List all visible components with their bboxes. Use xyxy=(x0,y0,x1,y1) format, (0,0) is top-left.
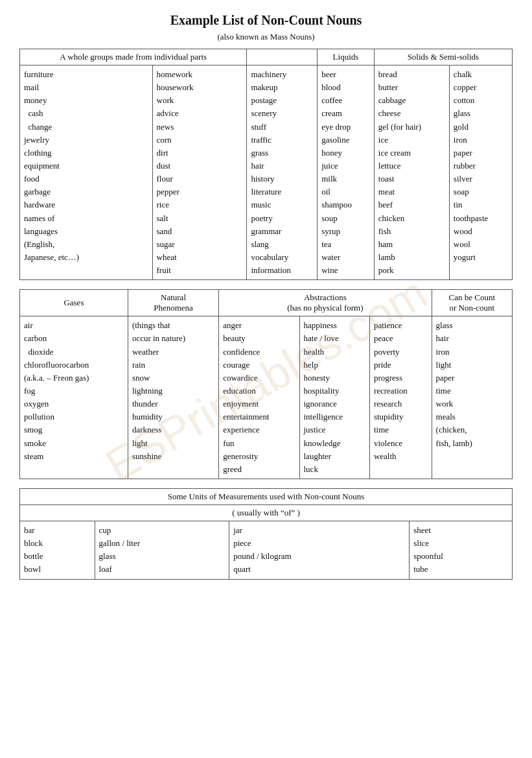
table1-col1: furnituremailmoney cash changejewelryclo… xyxy=(20,65,153,280)
table2-gases-header: Gases xyxy=(20,290,128,316)
table2-natural: (things thatoccur in nature)weatherrains… xyxy=(128,316,218,479)
table3: Some Units of Measurements used with Non… xyxy=(19,488,513,580)
table1-col3: machinerymakeuppostagescenerystufftraffi… xyxy=(247,65,318,280)
table2-count-or-not: glasshairironlightpapertimeworkmeals(chi… xyxy=(432,316,512,479)
table1-col2: homeworkhouseworkworkadvicenewscorndirtd… xyxy=(152,65,247,280)
table2-count-header: Can be Countor Non-count xyxy=(432,290,512,316)
table3-col4: sheetslicespoonfultube xyxy=(410,521,513,579)
table1: A whole groups made from individual part… xyxy=(19,49,513,280)
table3-col2: cupgallon / literglassloaf xyxy=(95,521,229,579)
table1-col6: chalkcoppercottonglassgoldironpaperrubbe… xyxy=(449,65,512,280)
table3-header1: Some Units of Measurements used with Non… xyxy=(20,488,513,504)
table1-header-liquids: Liquids xyxy=(318,49,375,65)
table2: Gases NaturalPhenomena Abstractions(has … xyxy=(19,289,513,479)
table3-col1: barblockbottlebowl xyxy=(20,521,95,579)
table1-header-col3 xyxy=(247,49,318,65)
table2-abstractions3: patiencepeacepovertyprideprogressrecreat… xyxy=(369,316,432,479)
subtitle: (also known as Mass Nouns) xyxy=(19,32,513,42)
table2-abstractions2: happinesshate / lovehealthhelphonestyhos… xyxy=(299,316,369,479)
table1-col5: breadbuttercabbagecheesegel (for hair)ic… xyxy=(374,65,449,280)
table2-abstractions-header: Abstractions(has no physical form) xyxy=(219,290,432,316)
table1-header-solids: Solids & Semi-solids xyxy=(374,49,512,65)
table2-natural-header: NaturalPhenomena xyxy=(128,290,218,316)
page-title: Example List of Non-Count Nouns xyxy=(19,13,513,28)
table1-col4: beerbloodcoffeecreameye dropgasolinehone… xyxy=(318,65,375,280)
table2-abstractions1: angerbeautyconfidencecouragecowardiceedu… xyxy=(219,316,299,479)
table3-header2: ( usually with “of” ) xyxy=(20,504,513,521)
table2-gases: aircarbon dioxidechlorofluorocarbon(a.k.… xyxy=(20,316,128,479)
table1-header-groups: A whole groups made from individual part… xyxy=(20,49,247,65)
table3-col3: jarpiecepound / kilogramquart xyxy=(229,521,410,579)
